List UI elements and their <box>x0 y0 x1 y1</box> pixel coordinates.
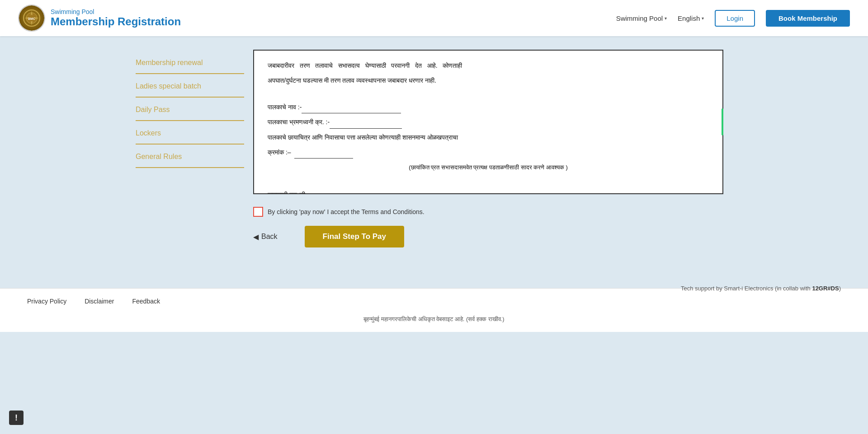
pool-chevron-icon: ▾ <box>665 16 667 21</box>
header-subtitle: Swimming Pool <box>51 8 181 15</box>
doc-line-3: पालकाचे नाव :- <box>268 101 709 114</box>
footer-feedback[interactable]: Feedback <box>132 298 160 305</box>
lang-dropdown-label: English <box>678 14 700 22</box>
footer-brand: 12GR#DS <box>812 285 839 292</box>
sidebar-item-lockers[interactable]: Lockers <box>136 121 244 145</box>
sidebar-item-ladies-special[interactable]: Ladies special batch <box>136 74 244 98</box>
document-wrapper: जबाबदारीवर तरण तलावाचे सभासदत्व घेण्यासा… <box>253 50 723 194</box>
doc-line-7: पालकाची स्वाक्षरी :– <box>268 189 709 194</box>
doc-line-5: पालकाचे छायाचित्र आणि निवासाचा पत्ता असल… <box>268 131 709 144</box>
sidebar: Membership renewal Ladies special batch … <box>136 45 244 252</box>
footer-bottom-text: बृहन्मुंबई महानगरपालिकेची अधिकृत वेबसाइट… <box>27 316 841 323</box>
footer-links: Privacy Policy Disclaimer Feedback <box>27 298 160 305</box>
header-title-block: Swimming Pool Membership Registration <box>51 8 181 28</box>
doc-line-4: पालकाचा भ्रमणध्वनी क्र. :- <box>268 116 709 129</box>
back-chevron-icon: ◀ <box>253 233 259 241</box>
svg-text:BMC: BMC <box>28 17 35 20</box>
doc-line-6: क्रमांक :– <box>268 146 709 159</box>
back-button[interactable]: ◀ Back <box>253 233 278 241</box>
pool-dropdown-label: Swimming Pool <box>616 14 663 22</box>
footer-support-suffix: ) <box>839 285 841 292</box>
emblem-image: BMC <box>19 5 44 31</box>
doc-line-note: (छायांकित प्रत सभासदासमवेत प्रत्यक्ष पडत… <box>268 162 709 173</box>
sidebar-item-daily-pass[interactable]: Daily Pass <box>136 98 244 121</box>
footer-support-prefix: Tech support by Smart-i Electronics (in … <box>681 285 812 292</box>
action-row: ◀ Back Final Step To Pay <box>253 226 723 247</box>
main-container: Membership renewal Ladies special batch … <box>118 36 750 261</box>
book-membership-button[interactable]: Book Membership <box>766 10 850 27</box>
back-label: Back <box>261 233 278 241</box>
final-step-pay-button[interactable]: Final Step To Pay <box>305 226 404 247</box>
bug-report-button[interactable]: ! <box>9 411 24 425</box>
doc-line-1: जबाबदारीवर तरण तलावाचे सभासदत्व घेण्यासा… <box>268 60 709 72</box>
lang-chevron-icon: ▾ <box>702 16 704 21</box>
footer-privacy-policy[interactable]: Privacy Policy <box>27 298 66 305</box>
sidebar-item-membership-renewal[interactable]: Membership renewal <box>136 54 244 74</box>
logo-emblem: BMC <box>18 5 45 32</box>
footer-support: Tech support by Smart-i Electronics (in … <box>681 285 841 292</box>
content-area: जबाबदारीवर तरण तलावाचे सभासदत्व घेण्यासा… <box>244 45 732 252</box>
sidebar-item-general-rules[interactable]: General Rules <box>136 145 244 168</box>
logo-block: BMC Swimming Pool Membership Registratio… <box>18 5 616 32</box>
terms-checkbox-area: By clicking 'pay now' I accept the Terms… <box>253 207 723 217</box>
document-text: जबाबदारीवर तरण तलावाचे सभासदत्व घेण्यासा… <box>268 60 709 194</box>
terms-document-box[interactable]: जबाबदारीवर तरण तलावाचे सभासदत्व घेण्यासा… <box>253 50 723 194</box>
scroll-indicator <box>722 108 723 135</box>
site-header: BMC Swimming Pool Membership Registratio… <box>0 0 868 36</box>
header-title: Membership Registration <box>51 15 181 28</box>
terms-checkbox[interactable] <box>253 207 263 217</box>
terms-label: By clicking 'pay now' I accept the Terms… <box>268 208 425 215</box>
lang-dropdown[interactable]: English ▾ <box>678 14 704 22</box>
login-button[interactable]: Login <box>715 10 755 27</box>
pool-dropdown[interactable]: Swimming Pool ▾ <box>616 14 667 22</box>
site-footer: Privacy Policy Disclaimer Feedback Tech … <box>0 288 868 332</box>
header-nav: Swimming Pool ▾ English ▾ Login Book Mem… <box>616 10 850 27</box>
doc-line-2: अपघात/दुर्घटना घडल्यास मी तरण तलाव व्यवस… <box>268 75 709 87</box>
footer-disclaimer[interactable]: Disclaimer <box>85 298 114 305</box>
